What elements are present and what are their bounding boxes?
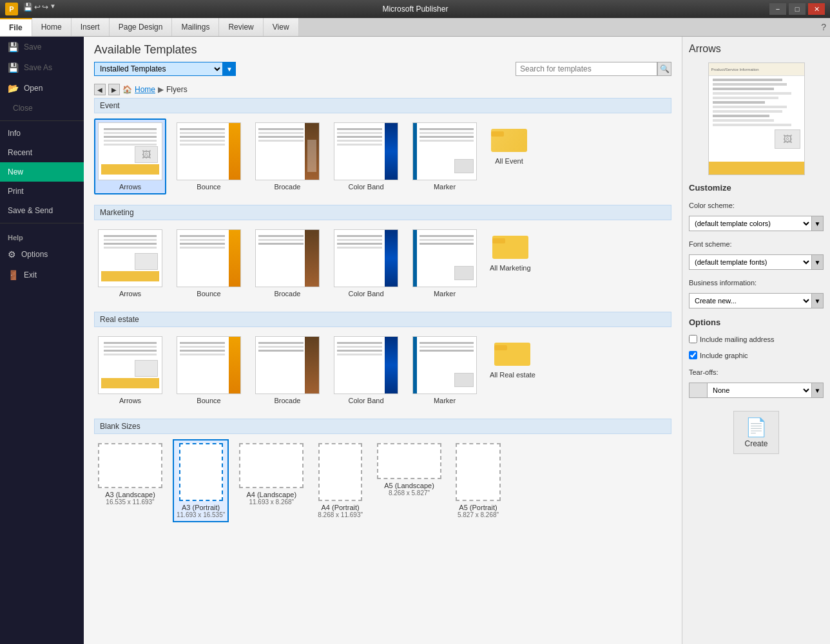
tab-mailings[interactable]: Mailings	[172, 18, 219, 36]
template-event-brocade[interactable]: Brocade	[251, 118, 323, 194]
business-info-select[interactable]: Create new...	[690, 294, 811, 308]
font-scheme-label: Font scheme:	[689, 240, 824, 248]
sidebar-item-new[interactable]: New	[0, 162, 84, 182]
tab-home[interactable]: Home	[32, 18, 72, 36]
search-button[interactable]: 🔍	[657, 62, 671, 76]
realestate-template-grid: Arrows Boun	[94, 332, 671, 408]
back-button[interactable]: ◀	[94, 84, 106, 95]
sidebar: 💾 Save 💾 Save As 📂 Open Close Info Recen…	[0, 37, 84, 644]
template-marketing-arrows[interactable]: Arrows	[94, 225, 166, 301]
sidebar-item-print[interactable]: Print	[0, 182, 84, 201]
breadcrumb-home-link[interactable]: Home	[135, 85, 155, 94]
template-event-bounce[interactable]: Bounce	[173, 118, 245, 194]
template-marketing-bounce[interactable]: Bounce	[173, 225, 245, 301]
template-event-arrows[interactable]: 🖼 Arrows	[94, 118, 166, 194]
font-scheme-arrow[interactable]: ▼	[811, 255, 823, 269]
template-realestate-brocade[interactable]: Brocade	[251, 332, 323, 408]
template-realestate-bounce[interactable]: Bounce	[173, 332, 245, 408]
sidebar-item-save[interactable]: 💾 Save	[0, 37, 84, 57]
folder-all-event[interactable]: All Event	[487, 118, 531, 194]
sidebar-item-saveas[interactable]: 💾 Save As	[0, 57, 84, 78]
include-mailing-checkbox[interactable]	[689, 335, 697, 343]
window-controls: − □ ✕	[769, 3, 825, 15]
blank-a3-portrait[interactable]: A3 (Portrait) 11.693 x 16.535"	[173, 439, 229, 522]
blank-a5-portrait[interactable]: A5 (Portrait) 5.827 x 8.268"	[452, 439, 505, 522]
exit-icon: 🚪	[8, 270, 19, 280]
create-button[interactable]: 📄 Create	[733, 411, 778, 454]
color-scheme-select[interactable]: (default template colors)	[690, 216, 811, 231]
template-label-bounce: Bounce	[197, 183, 220, 191]
section-header-realestate: Real estate	[94, 312, 671, 327]
folder-all-marketing[interactable]: All Marketing	[487, 225, 534, 301]
template-label-arrows: Arrows	[119, 183, 141, 191]
template-realestate-marker[interactable]: Marker	[409, 332, 481, 408]
qs-more[interactable]: ▼	[50, 3, 56, 15]
blank-a5-landscape[interactable]: A5 (Landscape) 8.268 x 5.827"	[373, 439, 445, 522]
search-box: 🔍	[516, 62, 671, 76]
search-input[interactable]	[516, 62, 657, 76]
help-icon[interactable]: ?	[821, 22, 826, 32]
sidebar-item-open[interactable]: 📂 Open	[0, 78, 84, 99]
tab-file[interactable]: File	[0, 18, 32, 36]
template-thumb-colorband	[334, 122, 398, 180]
sidebar-item-close[interactable]: Close	[0, 99, 84, 118]
template-source-select[interactable]: Installed Templates Online Templates	[94, 62, 223, 76]
saveas-icon: 💾	[8, 62, 19, 73]
sidebar-item-exit[interactable]: 🚪 Exit	[0, 265, 84, 285]
folder-all-realestate[interactable]: All Real estate	[487, 332, 538, 408]
options-title: Options	[689, 317, 824, 327]
tab-page-design[interactable]: Page Design	[110, 18, 173, 36]
include-mailing-label[interactable]: Include mailing address	[700, 336, 775, 343]
blank-a4-portrait[interactable]: A4 (Portrait) 8.268 x 11.693"	[314, 439, 367, 522]
forward-button[interactable]: ▶	[108, 84, 120, 95]
tab-view[interactable]: View	[264, 18, 299, 36]
sidebar-item-info[interactable]: Info	[0, 124, 84, 143]
template-realestate-arrows[interactable]: Arrows	[94, 332, 166, 408]
sidebar-item-options[interactable]: ⚙ Options	[0, 244, 84, 265]
template-marketing-marker[interactable]: Marker	[409, 225, 481, 301]
maximize-button[interactable]: □	[789, 3, 806, 15]
color-scheme-arrow[interactable]: ▼	[811, 216, 823, 231]
template-marketing-colorband[interactable]: Color Band	[330, 225, 402, 301]
tab-review[interactable]: Review	[219, 18, 263, 36]
include-graphic-label[interactable]: Include graphic	[700, 352, 748, 359]
templates-scroll[interactable]: Event 🖼	[84, 98, 682, 644]
section-header-blank: Blank Sizes	[94, 419, 671, 434]
font-scheme-select[interactable]: (default template fonts)	[690, 255, 811, 269]
marketing-template-grid: Arrows Boun	[94, 225, 671, 301]
section-header-marketing: Marketing	[94, 205, 671, 220]
template-realestate-colorband[interactable]: Color Band	[330, 332, 402, 408]
color-scheme-wrapper: (default template colors) ▼	[689, 216, 824, 231]
save-icon: 💾	[8, 42, 19, 52]
template-thumb-bounce	[177, 122, 241, 180]
qs-save[interactable]: 💾	[23, 3, 33, 15]
blank-a4-landscape[interactable]: A4 (Landscape) 11.693 x 8.268"	[235, 439, 307, 522]
template-event-colorband[interactable]: Color Band	[330, 118, 402, 194]
template-source-arrow[interactable]: ▼	[223, 62, 236, 76]
sidebar-item-recent[interactable]: Recent	[0, 143, 84, 162]
ribbon-tabs: File Home Insert Page Design Mailings Re…	[0, 18, 830, 36]
template-event-marker[interactable]: Marker	[409, 118, 481, 194]
quick-access-toolbar: P 💾 ↩ ↪ ▼	[5, 3, 56, 15]
breadcrumb: ◀ ▶ 🏠 Home ▶ Flyers	[84, 81, 682, 98]
business-info-arrow[interactable]: ▼	[811, 294, 823, 308]
qs-undo[interactable]: ↩	[34, 3, 41, 15]
close-button[interactable]: ✕	[808, 3, 825, 15]
customize-title: Customize	[689, 183, 824, 193]
templates-header: Available Templates Installed Templates …	[84, 37, 682, 81]
tearoffs-label: Tear-offs:	[689, 368, 824, 376]
minimize-button[interactable]: −	[769, 3, 786, 15]
tearoffs-select[interactable]: None	[708, 383, 811, 397]
breadcrumb-current: Flyers	[166, 85, 188, 94]
sidebar-item-save-send[interactable]: Save & Send	[0, 201, 84, 220]
content-area: Available Templates Installed Templates …	[84, 37, 682, 644]
tearoffs-arrow[interactable]: ▼	[811, 383, 823, 397]
home-icon[interactable]: 🏠	[122, 85, 132, 94]
template-label-marker: Marker	[434, 183, 456, 191]
qs-redo[interactable]: ↪	[42, 3, 48, 15]
template-marketing-brocade[interactable]: Brocade	[251, 225, 323, 301]
template-label-brocade: Brocade	[275, 183, 301, 191]
include-graphic-checkbox[interactable]	[689, 351, 697, 359]
tab-insert[interactable]: Insert	[72, 18, 110, 36]
blank-a3-landscape[interactable]: A3 (Landscape) 16.535 x 11.693"	[94, 439, 166, 522]
